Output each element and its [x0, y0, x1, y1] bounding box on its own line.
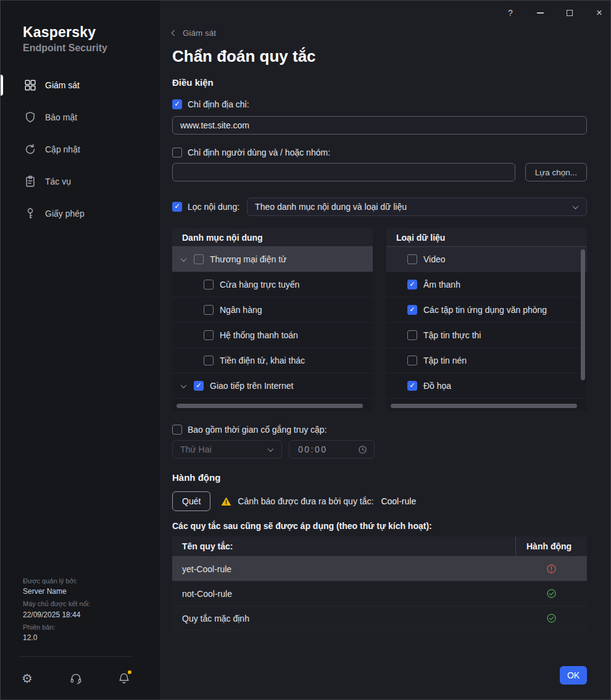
main-content: Giám sát Chẩn đoán quy tắc Điều kiện Chỉ… [160, 1, 610, 699]
datatype-checkbox[interactable] [407, 330, 417, 340]
filter-type-select[interactable]: Theo danh mục nội dung và loại dữ liệu [247, 198, 587, 216]
category-checkbox[interactable] [194, 381, 204, 391]
scrollbar-thumb[interactable] [177, 404, 363, 408]
datatype-checkbox[interactable] [407, 305, 417, 315]
datatype-checkbox[interactable] [407, 381, 417, 391]
sidebar-item-label: Tác vụ [45, 177, 71, 186]
datatype-checkbox[interactable] [407, 280, 417, 290]
rule-action-column-header[interactable]: Hành động [515, 536, 587, 556]
sidebar-item-label: Bảo mật [45, 112, 77, 122]
list-item[interactable]: Giao tiếp trên Internet [172, 373, 373, 399]
close-button[interactable]: × [593, 6, 605, 20]
minimize-icon [537, 12, 544, 14]
server-connected-value: 22/09/2025 18:44 [23, 609, 90, 620]
clipboard-icon [23, 174, 38, 189]
list-item[interactable]: Tập tin thực thi [386, 323, 587, 348]
list-item-label: Âm thanh [423, 280, 460, 290]
day-select[interactable]: Thứ Hai [172, 440, 282, 459]
time-checkbox-row[interactable]: Bao gồm thời gian cố gắng truy cập: [172, 423, 327, 436]
category-checkbox[interactable] [204, 356, 214, 365]
filter-checkbox-row[interactable]: Lọc nội dung: [172, 201, 239, 213]
select-users-button[interactable]: Lựa chọn... [525, 163, 587, 181]
address-checkbox-row[interactable]: Chỉ định địa chỉ: [172, 98, 249, 110]
page-title: Chẩn đoán quy tắc [172, 47, 587, 66]
list-item-label: Thương mại điện tử [210, 254, 286, 264]
server-connected-label: Máy chủ được kết nối: [23, 599, 90, 609]
sidebar-item-tasks[interactable]: Tác vụ [1, 165, 160, 198]
category-checkbox[interactable] [204, 280, 214, 290]
list-item[interactable]: Ngân hàng [172, 298, 373, 323]
notification-dot [128, 670, 131, 674]
expand-chevron-icon[interactable] [179, 384, 188, 388]
sidebar-item-label: Giám sát [45, 80, 80, 90]
list-item-label: Các tập tin ứng dụng văn phòng [423, 305, 547, 315]
rule-name: yet-Cool-rule [172, 564, 515, 574]
list-item[interactable]: Hệ thống thanh toán [172, 323, 373, 348]
filter-type-value: Theo danh mục nội dung và loại dữ liệu [255, 202, 407, 212]
gear-icon: ⚙ [22, 672, 33, 685]
list-item[interactable]: Cửa hàng trực tuyến [172, 272, 373, 298]
sidebar-item-monitoring[interactable]: Giám sát [1, 69, 160, 101]
horizontal-scrollbar[interactable] [391, 404, 577, 408]
list-item[interactable]: Thương mại điện tử [172, 247, 373, 272]
list-item[interactable]: Đồ họa [386, 373, 587, 399]
help-button[interactable]: ? [504, 6, 517, 20]
table-row[interactable]: yet-Cool-rule [172, 557, 587, 581]
datatype-panel-header: Loại dữ liệu [386, 228, 587, 247]
list-item[interactable]: Các tập tin ứng dụng văn phòng [386, 298, 587, 323]
scan-button[interactable]: Quét [172, 491, 210, 511]
check-circle-icon [546, 588, 557, 599]
version-value: 12.0 [23, 632, 90, 643]
filter-checkbox-label: Lọc nội dung: [188, 202, 239, 212]
list-item[interactable]: Tiền điện tử, khai thác [172, 348, 373, 373]
app-window: ? × Kaspersky Endpoint Security Giám sát [0, 0, 611, 700]
users-checkbox-label: Chỉ định người dùng và / hoặc nhóm: [188, 148, 330, 157]
chevron-left-icon [172, 30, 178, 36]
filter-checkbox[interactable] [172, 202, 182, 212]
time-checkbox[interactable] [172, 425, 182, 435]
address-input[interactable] [172, 116, 587, 135]
horizontal-scrollbar[interactable] [177, 404, 368, 408]
list-item-label: Tiền điện tử, khai thác [220, 356, 305, 365]
list-item[interactable]: Âm thanh [386, 272, 587, 298]
back-link[interactable]: Giám sát [172, 27, 216, 39]
settings-button[interactable]: ⚙ [19, 670, 35, 686]
support-button[interactable] [68, 670, 84, 686]
expand-chevron-icon[interactable] [179, 257, 188, 262]
content-category-panel: Danh mục nội dung Thương mại điện tử Cửa… [172, 228, 373, 411]
users-input[interactable] [172, 163, 515, 181]
scrollbar-thumb[interactable] [391, 404, 577, 408]
table-row[interactable]: Quy tắc mặc định [172, 606, 587, 631]
address-checkbox[interactable] [172, 99, 182, 109]
sidebar-item-license[interactable]: Giấy phép [1, 198, 160, 230]
minimize-button[interactable] [534, 6, 546, 20]
time-input[interactable]: 00:00 [289, 440, 375, 459]
rules-table: Tên quy tắc: Hành động yet-Cool-rule not… [172, 536, 587, 631]
rule-name-column-header[interactable]: Tên quy tắc: [172, 536, 515, 556]
error-circle-icon [546, 563, 557, 575]
sidebar-item-update[interactable]: Cập nhật [1, 133, 160, 165]
category-checkbox[interactable] [204, 330, 214, 340]
window-controls: ? × [504, 6, 605, 20]
users-checkbox-row[interactable]: Chỉ định người dùng và / hoặc nhóm: [172, 146, 330, 159]
category-checkbox[interactable] [204, 305, 214, 315]
users-checkbox[interactable] [172, 148, 182, 157]
table-row[interactable]: not-Cool-rule [172, 581, 587, 606]
sidebar-item-label: Cập nhật [45, 144, 80, 154]
list-item[interactable]: Video [386, 247, 587, 272]
maximize-button[interactable] [563, 6, 576, 20]
active-indicator [1, 75, 3, 96]
list-item-label: Cửa hàng trực tuyến [220, 280, 299, 290]
back-link-label: Giám sát [183, 28, 216, 38]
list-item[interactable]: Tập tin nén [386, 348, 587, 373]
sidebar-item-security[interactable]: Bảo mật [1, 101, 160, 133]
vertical-scrollbar[interactable] [581, 249, 585, 380]
rule-status [515, 588, 587, 599]
notifications-button[interactable] [116, 670, 132, 686]
version-label: Phiên bản: [23, 622, 90, 633]
category-checkbox[interactable] [194, 254, 204, 264]
datatype-checkbox[interactable] [407, 254, 417, 264]
list-item-label: Tập tin thực thi [423, 330, 481, 340]
ok-button[interactable]: OK [560, 666, 587, 685]
datatype-checkbox[interactable] [407, 356, 417, 365]
